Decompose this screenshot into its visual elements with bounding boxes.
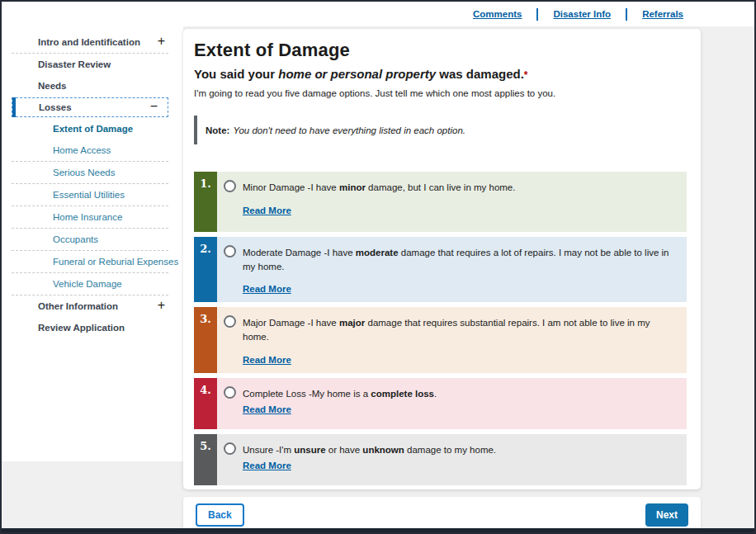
option-body: Complete Loss -My home is a complete los… [217,378,687,429]
subtitle-italic: home or personal property [278,67,436,81]
read-more-link[interactable]: Read More [243,404,291,414]
option-label: Minor Damage -I have minor damage, but I… [243,180,515,195]
required-asterisk: * [524,69,528,81]
sidebar-item-home-access[interactable]: Home Access [2,139,183,161]
damage-options-list: 1.Minor Damage -I have minor damage, but… [194,172,687,485]
link-separator [626,8,627,21]
sidebar-item-label: Home Insurance [53,212,122,222]
top-nav-bar: CommentsDisaster InfoReferrals [2,2,754,26]
sidebar-item-review-application[interactable]: Review Application [2,317,183,338]
sidebar-item-intro-and-identification[interactable]: Intro and Identification+ [2,31,183,53]
top-link-comments[interactable]: Comments [473,9,522,19]
damage-option-2: 2.Moderate Damage -I have moderate damag… [194,237,687,302]
sidebar-item-disaster-review[interactable]: Disaster Review [2,54,183,75]
option-radio-button[interactable] [224,245,236,258]
sidebar-item-losses[interactable]: Losses− [12,97,168,117]
sidebar-item-label: Home Access [53,145,111,155]
sidebar-item-label: Serious Needs [53,168,115,177]
damage-option-1: 1.Minor Damage -I have minor damage, but… [194,172,687,232]
app-window: CommentsDisaster InfoReferrals Intro and… [0,0,756,534]
note-box: Note: You don't need to have everything … [194,116,687,144]
read-more-link[interactable]: Read More [243,206,291,215]
damage-option-5: 5.Unsure -I'm unsure or have unknown dam… [194,434,687,485]
sidebar-item-label: Losses [39,102,72,112]
sidebar-item-occupants[interactable]: Occupants [2,229,183,250]
option-label: Complete Loss -My home is a complete los… [243,386,437,401]
option-radio-button[interactable] [224,180,236,192]
option-number-badge: 4. [194,378,217,429]
option-number-badge: 5. [194,434,217,485]
subtitle-prefix: You said your [194,67,278,81]
sidebar-item-label: Extent of Damage [53,124,133,134]
sidebar-item-label: Intro and Identification [38,37,140,47]
sidebar-item-label: Disaster Review [38,59,111,69]
option-number-badge: 2. [194,237,217,302]
read-more-link[interactable]: Read More [243,461,291,470]
sidebar-item-essential-utilities[interactable]: Essential Utilities [2,184,183,206]
sidebar-item-label: Funeral or Reburial Expenses [53,257,178,267]
sidebar-item-other-information[interactable]: Other Information+ [2,295,183,317]
sidebar-item-serious-needs[interactable]: Serious Needs [2,162,183,183]
page-title: Extent of Damage [194,40,687,61]
sidebar-item-home-insurance[interactable]: Home Insurance [2,206,183,228]
sidebar-item-label: Review Application [38,323,125,333]
option-body: Moderate Damage -I have moderate damage … [217,237,687,302]
sidebar-item-label: Other Information [38,301,118,311]
sidebar-item-label: Vehicle Damage [53,279,122,289]
top-link-disaster-info[interactable]: Disaster Info [553,9,611,19]
option-label: Major Damage -I have major damage that r… [243,315,677,343]
note-label: Note: [206,125,229,135]
expand-plus-icon[interactable]: + [158,299,165,312]
read-more-link[interactable]: Read More [243,355,291,365]
option-label: Moderate Damage -I have moderate damage … [243,245,677,273]
next-button[interactable]: Next [645,503,688,527]
back-button[interactable]: Back [196,503,244,527]
damage-option-4: 4.Complete Loss -My home is a complete l… [194,378,687,429]
option-body: Major Damage -I have major damage that r… [217,307,687,372]
option-radio-button[interactable] [224,442,236,455]
sidebar-item-funeral-or-reburial-expenses[interactable]: Funeral or Reburial Expenses [2,251,183,272]
bottom-accent-bar [2,528,754,532]
sidebar-item-vehicle-damage[interactable]: Vehicle Damage [2,273,183,295]
option-number-badge: 3. [194,307,217,372]
note-text: You don't need to have everything listed… [233,125,465,135]
link-separator [536,8,538,21]
option-radio-button[interactable] [224,386,236,399]
option-radio-button[interactable] [224,315,236,328]
option-body: Minor Damage -I have minor damage, but I… [217,172,687,232]
intro-text: I'm going to read you five damage option… [194,88,687,98]
sidebar-item-needs[interactable]: Needs [2,75,183,97]
sidebar-item-extent-of-damage[interactable]: Extent of Damage [2,118,183,139]
damage-option-3: 3.Major Damage -I have major damage that… [194,307,687,372]
top-link-referrals[interactable]: Referrals [642,9,683,19]
subtitle-suffix: was damaged. [436,67,524,81]
sidebar-nav: Intro and Identification+Disaster Review… [2,26,183,461]
expand-plus-icon[interactable]: + [158,35,165,48]
sidebar-item-label: Needs [38,81,67,91]
sidebar-item-label: Occupants [53,234,98,244]
wizard-footer-bar: Back Next [183,497,701,532]
question-subtitle: You said your home or personal property … [194,67,687,81]
sidebar-item-label: Essential Utilities [53,190,125,200]
option-label: Unsure -I'm unsure or have unknown damag… [243,442,496,457]
main-content-card: Extent of Damage You said your home or p… [183,29,701,489]
collapse-minus-icon[interactable]: − [150,100,158,113]
option-number-badge: 1. [194,172,217,232]
read-more-link[interactable]: Read More [243,284,291,294]
option-body: Unsure -I'm unsure or have unknown damag… [217,434,687,485]
